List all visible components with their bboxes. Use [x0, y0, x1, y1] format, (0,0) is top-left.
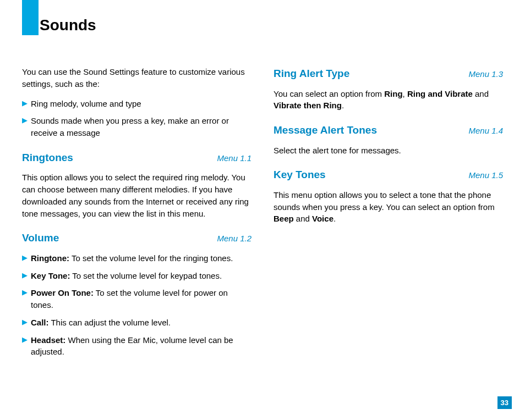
- triangle-right-icon: ▶: [22, 334, 28, 346]
- bullet-desc: This can adjust the volume level.: [49, 318, 171, 327]
- left-column: You can use the Sound Settings feature t…: [22, 66, 251, 363]
- header-accent-bar: [22, 0, 39, 35]
- bullet-text: Key Tone: To set the volume level for ke…: [31, 270, 251, 282]
- triangle-right-icon: ▶: [22, 115, 28, 126]
- section-body: This menu option allows you to select a …: [274, 189, 503, 225]
- intro-bullet: ▶ Sounds made when you press a key, make…: [22, 115, 251, 139]
- section-body: This option allows you to select the req…: [22, 172, 251, 219]
- menu-reference: Menu 1.1: [217, 152, 251, 164]
- bullet-label: Key Tone:: [31, 271, 70, 280]
- section-title: Message Alert Tones: [274, 123, 377, 138]
- bullet-label: Call:: [31, 318, 49, 327]
- right-column: Ring Alert Type Menu 1.3 You can select …: [274, 66, 503, 363]
- triangle-right-icon: ▶: [22, 287, 28, 299]
- bullet-text: Ring melody, volume and type: [31, 98, 251, 110]
- bullet-text: Ringtone: To set the volume level for th…: [31, 252, 251, 264]
- volume-bullet: ▶ Ringtone: To set the volume level for …: [22, 252, 251, 264]
- intro-text: You can use the Sound Settings feature t…: [22, 66, 251, 90]
- bullet-desc: To set the volume level for the ringing …: [69, 253, 233, 263]
- bullet-desc: To set the volume level for keypad tones…: [70, 271, 222, 280]
- bullet-label: Headset:: [31, 335, 65, 345]
- section-header-message-alert-tones: Message Alert Tones Menu 1.4: [274, 123, 503, 138]
- bullet-label: Ringtone:: [31, 253, 69, 263]
- triangle-right-icon: ▶: [22, 98, 28, 109]
- bullet-text: Sounds made when you press a key, make a…: [31, 115, 251, 139]
- triangle-right-icon: ▶: [22, 270, 28, 281]
- bullet-label: Power On Tone:: [31, 288, 94, 297]
- intro-bullet: ▶ Ring melody, volume and type: [22, 98, 251, 110]
- volume-bullet: ▶ Key Tone: To set the volume level for …: [22, 270, 251, 282]
- content-area: You can use the Sound Settings feature t…: [22, 66, 503, 363]
- section-title: Ring Alert Type: [274, 66, 349, 81]
- page-number: 33: [497, 396, 512, 409]
- triangle-right-icon: ▶: [22, 252, 28, 264]
- menu-reference: Menu 1.3: [468, 68, 503, 80]
- section-header-volume: Volume Menu 1.2: [22, 230, 251, 246]
- menu-reference: Menu 1.4: [468, 125, 503, 137]
- section-header-key-tones: Key Tones Menu 1.5: [274, 167, 503, 183]
- bullet-text: Call: This can adjust the volume level.: [31, 317, 251, 329]
- section-header-ringtones: Ringtones Menu 1.1: [22, 150, 251, 165]
- menu-reference: Menu 1.2: [217, 233, 251, 245]
- menu-reference: Menu 1.5: [468, 169, 503, 181]
- volume-bullet: ▶ Call: This can adjust the volume level…: [22, 317, 251, 329]
- volume-bullet: ▶ Power On Tone: To set the volume level…: [22, 287, 251, 311]
- section-title: Volume: [22, 230, 59, 246]
- section-header-ring-alert-type: Ring Alert Type Menu 1.3: [274, 66, 503, 81]
- bullet-text: Power On Tone: To set the volume level f…: [31, 287, 251, 311]
- section-body: You can select an option from Ring, Ring…: [274, 88, 503, 112]
- section-body: Select the alert tone for messages.: [274, 145, 503, 157]
- volume-bullet: ▶ Headset: When using the Ear Mic, volum…: [22, 334, 251, 358]
- triangle-right-icon: ▶: [22, 317, 28, 328]
- section-title: Ringtones: [22, 150, 73, 165]
- page-title: Sounds: [40, 16, 96, 34]
- section-title: Key Tones: [274, 167, 326, 183]
- bullet-text: Headset: When using the Ear Mic, volume …: [31, 334, 251, 358]
